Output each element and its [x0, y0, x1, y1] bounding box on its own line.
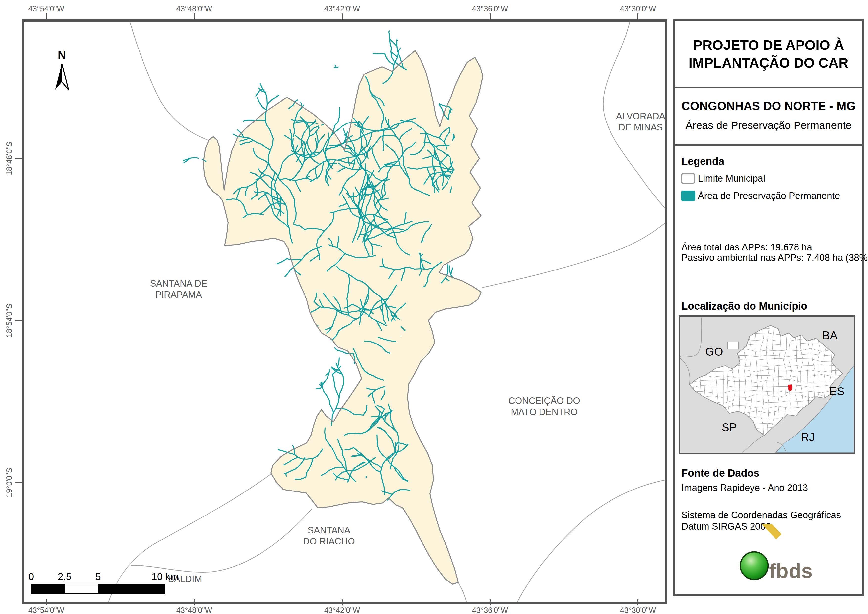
- logo-yellow-bar: [753, 524, 781, 539]
- lat-tick-left: [16, 320, 22, 321]
- lon-label-top: 43°54'0"W: [28, 5, 64, 13]
- scale-bar-label: 10 km: [152, 571, 178, 582]
- municipal-boundary-line: [603, 22, 665, 211]
- scale-bar-label: 2,5: [57, 571, 71, 582]
- limite-municipal-swatch: [681, 173, 695, 184]
- lon-label-top: 43°30'0"W: [620, 5, 656, 13]
- lon-tick-top: [46, 13, 47, 19]
- lon-tick-top: [490, 13, 491, 19]
- lat-label-left: 18°48'0"S: [5, 141, 14, 175]
- fbds-logo: fbds: [730, 524, 833, 589]
- project-title-line2: IMPLANTAÇÃO DO CAR: [689, 55, 848, 70]
- municipal-boundary-line: [107, 473, 272, 602]
- legend-item-label: Limite Municipal: [698, 173, 765, 184]
- scale-bar-body: [31, 584, 165, 594]
- lat-tick-left: [16, 158, 22, 159]
- project-title-line1: PROJETO DE APOIO À: [693, 37, 844, 53]
- lon-label-bottom: 43°36'0"W: [472, 606, 508, 614]
- municipal-boundary-line: [130, 508, 312, 572]
- legend-item-app: Área de Preservação Permanente: [681, 191, 840, 201]
- logo-green-sphere: [740, 552, 768, 580]
- map-theme: Áreas de Preservação Permanente: [675, 119, 862, 131]
- municipality-name: CONGONHAS DO NORTE - MG: [675, 99, 862, 113]
- source-imagery: Imagens Rapideye - Ano 2013: [682, 483, 808, 493]
- lon-label-bottom: 43°30'0"W: [620, 606, 656, 614]
- scale-bar-label: 0: [28, 571, 34, 582]
- localization-heading: Localização do Município: [682, 300, 808, 312]
- north-arrow-label: N: [57, 48, 66, 62]
- sidebar-content-box: Legenda Limite Municipal Área de Preserv…: [673, 144, 864, 596]
- lon-tick-top: [194, 13, 195, 19]
- municipal-boundary-line: [458, 582, 468, 602]
- app-swatch: [681, 191, 695, 201]
- legend-heading: Legenda: [682, 155, 724, 167]
- inset-state-label-rj: RJ: [801, 431, 815, 444]
- lon-label-bottom: 43°48'0"W: [177, 606, 212, 614]
- app-passivo-ambiental: Passivo ambiental nas APPs: 7.408 ha (38…: [682, 252, 868, 263]
- lon-label-top: 43°48'0"W: [177, 5, 212, 13]
- scale-bar-segment: [98, 584, 164, 594]
- municipal-boundary-line: [515, 480, 665, 602]
- sidebar-title-box: PROJETO DE APOIO À IMPLANTAÇÃO DO CAR: [673, 19, 864, 89]
- scale-bar-segment: [32, 584, 65, 594]
- state-localization-map: GOBAESSPRJ: [679, 315, 856, 454]
- scale-bar-label: 5: [95, 571, 101, 582]
- legend-item-label: Área de Preservação Permanente: [698, 191, 840, 201]
- lon-label-top: 43°42'0"W: [324, 5, 360, 13]
- lat-label-left: 18°54'0"S: [5, 304, 14, 337]
- lat-label-left: 19°0'0"S: [5, 468, 14, 497]
- main-map-frame: N: [22, 19, 667, 604]
- lon-label-bottom: 43°42'0"W: [324, 606, 360, 614]
- sidebar-subtitle-box: CONGONHAS DO NORTE - MG Áreas de Preserv…: [673, 87, 864, 146]
- lon-tick-top: [342, 13, 343, 19]
- north-arrow: N: [51, 48, 73, 95]
- inset-state-label-sp: SP: [722, 421, 737, 434]
- project-title: PROJETO DE APOIO À IMPLANTAÇÃO DO CAR: [689, 36, 848, 72]
- data-source-heading: Fonte de Dados: [682, 467, 760, 479]
- lat-tick-left: [16, 482, 22, 483]
- scale-bar-segment: [65, 584, 98, 594]
- fbds-logo-text: fbds: [769, 559, 813, 583]
- municipal-boundary-line: [482, 221, 665, 288]
- source-coordinate-system: Sistema de Coordenadas Geográficas: [682, 510, 841, 521]
- main-map-canvas: [24, 22, 665, 602]
- legend-item-limite: Limite Municipal: [681, 173, 765, 184]
- inset-state-label-ba: BA: [822, 329, 837, 342]
- inset-state-label-go: GO: [705, 345, 723, 358]
- inset-state-labels: GOBAESSPRJ: [680, 317, 854, 452]
- lon-tick-top: [637, 13, 639, 19]
- app-total-area: Área total das APPs: 19.678 ha: [682, 242, 812, 253]
- lon-label-bottom: 43°54'0"W: [28, 606, 64, 614]
- inset-state-label-es: ES: [829, 385, 844, 398]
- lon-label-top: 43°36'0"W: [472, 5, 508, 13]
- municipal-boundary-line: [129, 22, 216, 143]
